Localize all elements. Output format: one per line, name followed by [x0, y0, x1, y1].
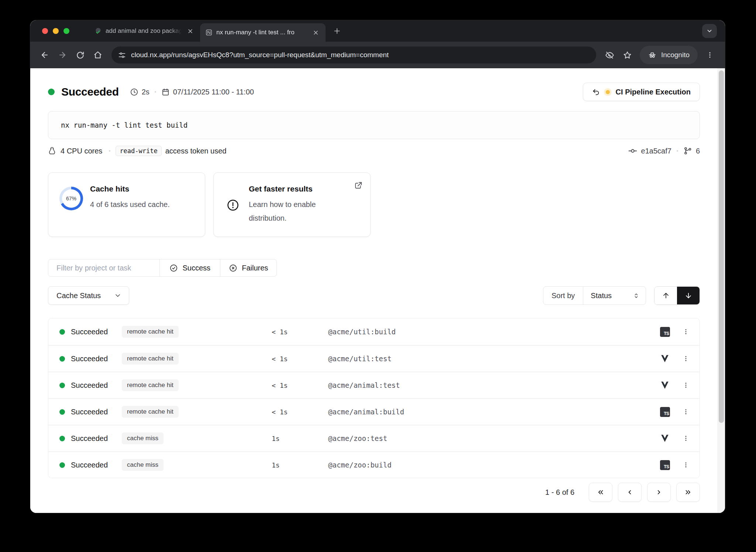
row-task-name: @acme/util:build [328, 328, 396, 336]
last-page-button[interactable] [676, 483, 700, 502]
separator-dot [677, 150, 678, 152]
row-status-label: Succeeded [71, 328, 116, 336]
sort-descending-button[interactable] [677, 287, 700, 304]
separator-dot [155, 91, 156, 93]
check-circle-icon [169, 264, 178, 272]
first-page-button[interactable] [589, 483, 612, 502]
close-window-button[interactable] [42, 28, 48, 34]
pipeline-execution-button[interactable]: CI Pipeline Execution [583, 83, 700, 101]
filter-success-toggle[interactable]: Success [159, 259, 220, 276]
vitest-icon [660, 434, 670, 443]
arrow-down-icon [684, 291, 693, 300]
bookmark-star-icon[interactable] [620, 47, 635, 63]
chevron-left-icon [626, 488, 634, 496]
minimize-window-button[interactable] [53, 28, 59, 34]
pipeline-execution-label: CI Pipeline Execution [616, 88, 691, 96]
row-menu-button[interactable] [680, 351, 691, 366]
tab-nx-run[interactable]: nx run-many -t lint test ... fro [200, 23, 326, 42]
cache-status-dropdown[interactable]: Cache Status [48, 286, 129, 305]
next-page-button[interactable] [647, 483, 671, 502]
cache-hits-card: 67% Cache hits 4 of 6 tasks used cache. [48, 172, 205, 237]
pipeline-status-dot [606, 90, 610, 94]
filter-failures-toggle[interactable]: Failures [220, 259, 276, 276]
commit-sha[interactable]: e1a5caf7 [641, 147, 671, 155]
chevron-down-icon [114, 292, 121, 299]
row-menu-button[interactable] [680, 404, 691, 419]
row-task-name: @acme/animal:test [328, 381, 400, 389]
scrollbar-thumb[interactable] [719, 70, 724, 423]
tab-search-chevron-button[interactable] [702, 24, 717, 38]
forward-button[interactable] [55, 47, 70, 63]
row-menu-button[interactable] [680, 431, 691, 446]
row-task-name: @acme/zoo:build [328, 461, 392, 469]
table-row[interactable]: Succeeded cache miss 1s @acme/zoo:test T… [48, 425, 700, 451]
faster-results-card[interactable]: Get faster results Learn how to enable d… [213, 172, 371, 237]
cache-status-chip: cache miss [122, 432, 164, 444]
maximize-window-button[interactable] [63, 28, 69, 34]
home-button[interactable] [90, 47, 106, 63]
row-task-name: @acme/util:test [328, 355, 392, 363]
cache-status-chip: remote cache hit [122, 406, 179, 418]
row-duration: 1s [272, 435, 280, 442]
tab-pull-request[interactable]: add animal and zoo packages [89, 20, 200, 42]
github-check-icon [94, 27, 102, 35]
external-link-icon[interactable] [354, 181, 363, 190]
filter-failures-label: Failures [242, 264, 268, 272]
address-bar[interactable]: cloud.nx.app/runs/agsvEHsQc8?utm_source=… [111, 46, 596, 63]
row-status-dot [59, 409, 65, 415]
chevrons-left-icon [597, 488, 605, 496]
row-menu-button[interactable] [680, 378, 691, 393]
run-duration: 2s [142, 88, 150, 96]
row-status-label: Succeeded [71, 434, 116, 443]
task-table: Succeeded remote cache hit < 1s @acme/ut… [48, 318, 700, 478]
sort-select[interactable]: Status [583, 287, 646, 304]
reload-button[interactable] [72, 47, 88, 63]
faster-results-title: Get faster results [249, 184, 313, 193]
typescript-icon: TS [660, 327, 670, 337]
row-status-label: Succeeded [71, 381, 116, 390]
row-duration: 1s [272, 461, 280, 469]
table-row[interactable]: Succeeded remote cache hit < 1s @acme/ut… [48, 318, 700, 345]
calendar-icon [161, 88, 170, 96]
cache-status-label: Cache Status [56, 291, 101, 300]
url-text[interactable]: cloud.nx.app/runs/agsvEHsQc8?utm_source=… [131, 51, 389, 59]
incognito-icon [648, 51, 657, 59]
browser-menu-icon[interactable] [702, 47, 718, 63]
site-settings-icon[interactable] [118, 51, 126, 59]
typescript-icon: TS [660, 407, 670, 417]
scrollbar-track[interactable] [717, 68, 725, 513]
typescript-icon: TS [660, 460, 670, 470]
filter-input[interactable] [48, 259, 159, 276]
tab-close-icon[interactable] [185, 26, 195, 36]
cache-status-chip: remote cache hit [122, 326, 179, 338]
row-status-label: Succeeded [71, 461, 116, 469]
run-status-dot [48, 89, 55, 95]
cache-status-chip: cache miss [122, 459, 164, 471]
row-duration: < 1s [272, 408, 288, 416]
table-row[interactable]: Succeeded remote cache hit < 1s @acme/ut… [48, 345, 700, 372]
faster-results-subtitle: Learn how to enable distribution. [249, 198, 347, 225]
table-row[interactable]: Succeeded cache miss 1s @acme/zoo:build … [48, 451, 700, 478]
row-status-dot [59, 383, 65, 388]
row-menu-button[interactable] [680, 324, 691, 339]
arrow-up-icon [662, 291, 670, 300]
eye-off-icon[interactable] [602, 47, 618, 63]
back-button[interactable] [37, 47, 52, 63]
pagination-label: 1 - 6 of 6 [545, 488, 574, 497]
tab-close-icon[interactable] [311, 28, 320, 37]
table-row[interactable]: Succeeded remote cache hit < 1s @acme/an… [48, 398, 700, 425]
row-menu-button[interactable] [680, 458, 691, 472]
row-status-dot [59, 329, 65, 335]
chevrons-up-down-icon [633, 292, 640, 299]
filter-group: Success Failures [48, 259, 277, 277]
clock-icon [130, 88, 138, 96]
sort-ascending-button[interactable] [654, 287, 677, 304]
new-tab-button[interactable] [331, 25, 343, 37]
sort-direction-group [654, 286, 700, 305]
vitest-icon [660, 354, 670, 363]
undo-icon [592, 88, 600, 96]
row-task-name: @acme/zoo:test [328, 434, 387, 442]
previous-page-button[interactable] [618, 483, 642, 502]
cache-status-chip: remote cache hit [122, 379, 179, 391]
table-row[interactable]: Succeeded remote cache hit < 1s @acme/an… [48, 372, 700, 398]
